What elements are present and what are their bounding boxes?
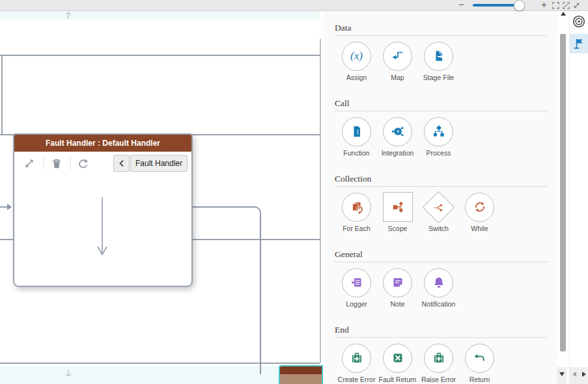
connector-left-segment: [0, 239, 13, 240]
palette-item-label: Return: [469, 376, 490, 383]
zoom-in-button[interactable]: +: [541, 0, 547, 10]
outgoing-flow-connector: [190, 206, 261, 374]
palette-item-stage-file[interactable]: Stage File: [418, 40, 459, 81]
palette-item-label: Process: [427, 149, 451, 157]
palette-item-label: Fault Return: [379, 376, 417, 383]
canvas-top-strip: [0, 10, 320, 20]
chevron-left-icon: [118, 159, 126, 168]
logger-icon: [350, 275, 364, 290]
palette-item-raise-error[interactable]: Raise Error: [418, 342, 459, 383]
actions-palette: Data (x) Assign Map: [324, 10, 558, 384]
palette-item-label: Logger: [346, 300, 367, 308]
section-divider: [335, 186, 548, 187]
lane-line-left: [1, 55, 3, 135]
notification-icon: [432, 275, 446, 290]
map-icon: [391, 49, 405, 63]
target-tool-icon[interactable]: [572, 14, 586, 29]
palette-item-label: For Each: [343, 225, 371, 232]
for-each-icon: [350, 200, 364, 214]
back-button[interactable]: [113, 155, 130, 172]
flow-down-arrow-icon: [65, 369, 72, 377]
flag-tool-icon: [572, 36, 586, 51]
palette-item-label: Stage File: [423, 74, 454, 81]
section-heading: Call: [335, 98, 350, 109]
redo-icon[interactable]: [77, 158, 89, 169]
section-heading: General: [335, 249, 363, 260]
function-icon: (): [350, 124, 364, 139]
palette-item-label: Assign: [346, 74, 367, 81]
scroll-down-arrow[interactable]: [559, 372, 565, 376]
palette-section-general: General Logger: [324, 247, 558, 322]
palette-item-label: Notification: [422, 300, 456, 308]
fault-handler-nav-label: Fault Handler: [135, 159, 182, 168]
scroll-up-arrow[interactable]: [561, 12, 566, 16]
palette-item-label: Note: [390, 300, 404, 308]
canvas-bottom-strip: [0, 366, 320, 384]
canvas-right-edge: [320, 39, 321, 363]
palette-item-while[interactable]: While: [459, 191, 500, 232]
zoom-reset-icon[interactable]: [562, 1, 570, 10]
palette-item-scope[interactable]: Scope: [377, 191, 418, 232]
flow-down-arrow-large-icon: [95, 196, 109, 261]
toolbar-divider: [70, 157, 71, 170]
fit-to-window-icon[interactable]: [552, 1, 560, 10]
palette-item-logger[interactable]: Logger: [336, 266, 377, 308]
flow-up-arrow-icon: [65, 11, 72, 20]
maximize-icon[interactable]: [572, 1, 581, 10]
lane-line-top: [0, 55, 320, 56]
incoming-flow-arrow-icon: [0, 202, 12, 212]
palette-scrollbar-thumb[interactable]: [560, 34, 566, 351]
section-divider: [335, 111, 548, 111]
create-error-icon: [350, 351, 364, 365]
while-icon: [473, 200, 487, 214]
fault-handler-toolbar: Fault Handler: [14, 152, 191, 175]
palette-item-note[interactable]: Note: [377, 266, 418, 308]
palette-item-label: Create Error: [338, 376, 376, 383]
palette-section-call: Call () Function: [324, 96, 558, 171]
palette-item-fault-return[interactable]: Fault Return: [377, 342, 418, 383]
zoom-slider-knob[interactable]: [514, 0, 525, 11]
fault-return-icon: [391, 351, 405, 365]
fault-handler-panel-title[interactable]: Fault Handler : Default Handler: [14, 135, 191, 152]
palette-item-switch[interactable]: Switch: [418, 191, 459, 232]
zoom-out-button[interactable]: −: [458, 0, 464, 10]
palette-item-map[interactable]: Map: [377, 40, 418, 81]
palette-item-label: Function: [343, 149, 369, 157]
hscroll-left-arrow[interactable]: [572, 372, 576, 377]
palette-item-label: Scope: [388, 225, 408, 232]
process-icon: [432, 124, 446, 139]
palette-item-notification[interactable]: Notification: [418, 266, 459, 308]
stage-file-icon: [432, 49, 446, 63]
palette-item-function[interactable]: () Function: [336, 115, 377, 157]
section-heading: End: [335, 325, 349, 335]
selected-node-header: [280, 366, 322, 374]
collapse-icon[interactable]: [23, 158, 35, 169]
palette-item-return[interactable]: Return: [459, 342, 500, 383]
palette-section-end: End Create Error: [324, 322, 558, 384]
section-divider: [335, 262, 548, 262]
flag-tool-tile[interactable]: [570, 34, 588, 53]
lane-line-bottom: [0, 363, 320, 364]
palette-item-label: Raise Error: [421, 376, 456, 383]
palette-section-collection: Collection For Each: [324, 171, 558, 247]
switch-icon: [433, 201, 445, 213]
palette-item-label: Map: [391, 74, 404, 81]
palette-item-process[interactable]: Process: [418, 115, 459, 157]
delete-icon[interactable]: [51, 158, 63, 169]
fault-handler-panel[interactable]: Fault Handler : Default Handler Fault Ha…: [13, 133, 193, 287]
palette-item-create-error[interactable]: Create Error: [336, 342, 377, 383]
integration-icon: [391, 124, 405, 139]
section-divider: [335, 337, 548, 338]
palette-item-for-each[interactable]: For Each: [336, 191, 377, 232]
hscroll-right-arrow[interactable]: [582, 372, 586, 377]
palette-item-label: While: [471, 225, 488, 232]
top-toolbar: − +: [0, 0, 588, 11]
return-icon: [473, 351, 487, 365]
section-heading: Collection: [335, 174, 371, 184]
palette-item-integration[interactable]: Integration: [377, 115, 418, 157]
selected-node-partial[interactable]: [279, 365, 323, 384]
svg-text:(): (): [356, 129, 363, 135]
palette-item-assign[interactable]: (x) Assign: [336, 40, 377, 81]
fault-handler-body: [14, 175, 191, 283]
fault-handler-nav-button[interactable]: Fault Handler: [130, 155, 188, 172]
